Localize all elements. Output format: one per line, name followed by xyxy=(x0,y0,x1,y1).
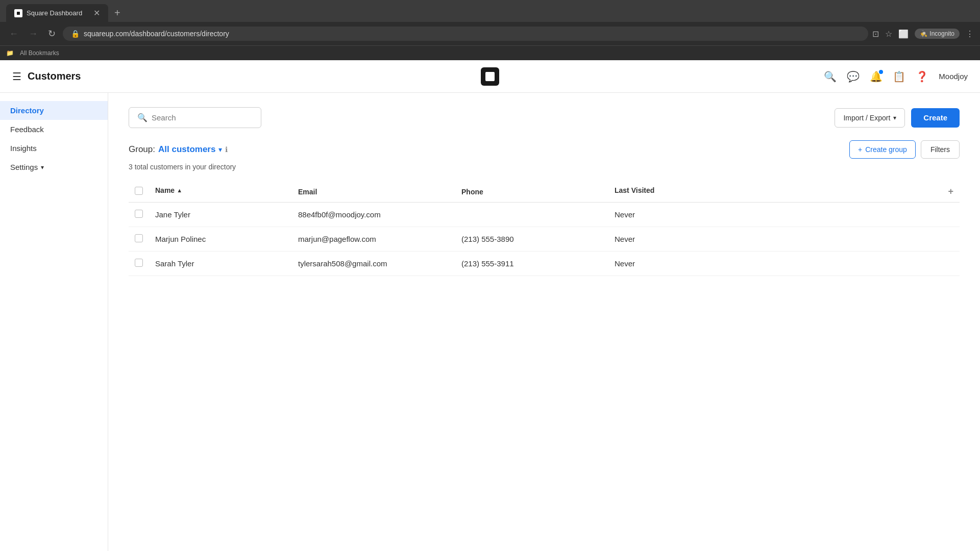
import-export-label: Import / Export xyxy=(843,114,890,122)
search-box[interactable]: 🔍 xyxy=(129,107,261,128)
row-checkbox[interactable] xyxy=(135,234,143,242)
bookmark-icon[interactable]: ☆ xyxy=(885,29,892,39)
group-actions: + Create group Filters xyxy=(849,140,960,159)
row-name-cell: Jane Tyler xyxy=(149,203,292,227)
lock-icon: 🔒 xyxy=(71,30,80,38)
add-column-button[interactable]: + xyxy=(948,186,953,197)
help-icon-button[interactable]: ❓ xyxy=(916,70,928,83)
row-checkbox-cell[interactable] xyxy=(129,203,149,227)
sidebar-item-directory[interactable]: Directory xyxy=(0,101,108,120)
sidebar-settings-label: Settings xyxy=(10,163,38,171)
row-phone-cell: (213) 555-3911 xyxy=(455,252,608,276)
search-icon: 🔍 xyxy=(137,113,148,122)
column-header-name[interactable]: Name ▲ xyxy=(149,181,292,199)
incognito-icon: 🕵 xyxy=(920,30,927,37)
split-view-icon[interactable]: ⬜ xyxy=(898,29,909,39)
tab-title: Square Dashboard xyxy=(27,9,82,17)
hamburger-menu-button[interactable]: ☰ xyxy=(12,70,21,83)
sidebar: Directory Feedback Insights Settings ▾ xyxy=(0,93,108,551)
table-row[interactable]: Jane Tyler 88e4fb0f@moodjoy.com Never xyxy=(129,203,960,227)
toolbar-right: Import / Export ▾ Create xyxy=(835,108,960,128)
top-nav-right: 🔍 💬 🔔 📋 ❓ Moodjoy xyxy=(824,70,968,83)
extensions-icon[interactable]: ⊡ xyxy=(872,29,879,39)
sidebar-feedback-label: Feedback xyxy=(10,125,44,134)
notification-dot xyxy=(879,70,883,74)
create-group-button[interactable]: + Create group xyxy=(849,140,916,159)
column-header-phone: Phone xyxy=(455,181,608,203)
new-tab-button[interactable]: + xyxy=(110,5,125,21)
row-phone-cell xyxy=(455,203,608,227)
row-checkbox-cell[interactable] xyxy=(129,252,149,276)
create-button[interactable]: Create xyxy=(911,108,960,128)
svg-rect-1 xyxy=(17,12,20,15)
import-export-button[interactable]: Import / Export ▾ xyxy=(835,108,905,128)
row-phone-cell: (213) 555-3890 xyxy=(455,227,608,252)
create-group-label: Create group xyxy=(865,145,907,154)
name-column-label: Name xyxy=(155,186,175,194)
top-nav: ☰ Customers 🔍 💬 🔔 📋 ❓ Moodjoy xyxy=(0,60,980,93)
sidebar-item-settings[interactable]: Settings ▾ xyxy=(0,158,108,177)
row-last-visited-cell: Never xyxy=(608,252,960,276)
row-email-cell: tylersarah508@gmail.com xyxy=(292,252,455,276)
sidebar-directory-label: Directory xyxy=(10,106,44,115)
name-sort-icon[interactable]: ▲ xyxy=(177,187,182,193)
address-text: squareup.com/dashboard/customers/directo… xyxy=(84,30,229,38)
incognito-badge: 🕵 Incognito xyxy=(915,29,960,39)
main-content: 🔍 Import / Export ▾ Create Group: All cu… xyxy=(108,93,980,551)
incognito-label: Incognito xyxy=(929,30,954,37)
row-name-cell: Marjun Polinec xyxy=(149,227,292,252)
bookmarks-folder-icon: 📁 xyxy=(6,49,14,57)
user-name[interactable]: Moodjoy xyxy=(939,72,968,81)
total-count: 3 total customers in your directory xyxy=(129,163,960,171)
info-icon[interactable]: ℹ xyxy=(225,145,228,154)
tab-close-button[interactable]: ✕ xyxy=(93,8,100,18)
notifications-icon-button[interactable]: 🔔 xyxy=(870,70,883,83)
forward-button[interactable]: → xyxy=(26,27,41,41)
logo xyxy=(481,67,499,86)
table-row[interactable]: Marjun Polinec marjun@pageflow.com (213)… xyxy=(129,227,960,252)
app-title: Customers xyxy=(28,70,81,82)
row-email-cell: 88e4fb0f@moodjoy.com xyxy=(292,203,455,227)
table-row[interactable]: Sarah Tyler tylersarah508@gmail.com (213… xyxy=(129,252,960,276)
address-bar[interactable]: 🔒 squareup.com/dashboard/customers/direc… xyxy=(63,27,868,41)
row-last-visited-cell: Never xyxy=(608,227,960,252)
customer-table: Name ▲ Email Phone Last Visited + Ja xyxy=(129,181,960,276)
row-last-visited-cell: Never xyxy=(608,203,960,227)
messages-icon-button[interactable]: 💬 xyxy=(847,70,860,83)
settings-chevron-icon: ▾ xyxy=(41,164,44,171)
tab-favicon xyxy=(14,9,22,17)
reports-icon-button[interactable]: 📋 xyxy=(893,70,905,83)
back-button[interactable]: ← xyxy=(6,27,21,41)
refresh-button[interactable]: ↻ xyxy=(45,26,59,41)
row-name-cell: Sarah Tyler xyxy=(149,252,292,276)
select-all-checkbox[interactable] xyxy=(135,187,143,195)
select-all-checkbox-header[interactable] xyxy=(129,181,149,203)
group-label: Group: All customers ▾ ℹ xyxy=(129,144,228,155)
group-value[interactable]: All customers xyxy=(158,144,215,155)
search-icon-button[interactable]: 🔍 xyxy=(824,70,837,83)
sidebar-item-insights[interactable]: Insights xyxy=(0,139,108,158)
column-header-last-visited: Last Visited + xyxy=(608,181,960,203)
table-header-row: Name ▲ Email Phone Last Visited + xyxy=(129,181,960,203)
sidebar-item-feedback[interactable]: Feedback xyxy=(0,120,108,139)
row-checkbox[interactable] xyxy=(135,210,143,218)
create-group-plus-icon: + xyxy=(858,145,862,154)
group-chevron-icon[interactable]: ▾ xyxy=(218,145,222,154)
search-input[interactable] xyxy=(152,113,253,122)
row-checkbox[interactable] xyxy=(135,259,143,267)
all-bookmarks-item[interactable]: All Bookmarks xyxy=(16,48,63,58)
more-options-icon[interactable]: ⋮ xyxy=(966,29,974,39)
filters-button[interactable]: Filters xyxy=(921,140,960,159)
group-key: Group: xyxy=(129,144,155,155)
group-row: Group: All customers ▾ ℹ + Create group … xyxy=(129,140,960,159)
import-export-chevron-icon: ▾ xyxy=(893,114,896,121)
toolbar: 🔍 Import / Export ▾ Create xyxy=(129,107,960,128)
sidebar-insights-label: Insights xyxy=(10,144,37,153)
row-checkbox-cell[interactable] xyxy=(129,227,149,252)
column-header-email: Email xyxy=(292,181,455,203)
browser-tab[interactable]: Square Dashboard ✕ xyxy=(6,4,108,22)
row-email-cell: marjun@pageflow.com xyxy=(292,227,455,252)
